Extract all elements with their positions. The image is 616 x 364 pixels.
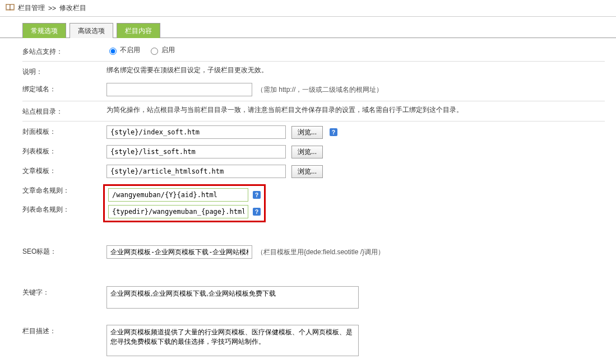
input-article-rule[interactable] <box>108 188 248 202</box>
tabs: 常规选项 高级选项 栏目内容 <box>0 17 616 38</box>
desc-text: 绑名绑定仅需要在顶级栏目设定，子级栏目更改无效。 <box>106 66 268 75</box>
radio-multisite-off[interactable]: 不启用 <box>106 45 140 55</box>
label-article-rule: 文章命名规则： <box>22 184 106 203</box>
help-icon[interactable]: ? <box>253 191 261 199</box>
highlight-box: ? ? <box>103 184 266 222</box>
label-article-tpl: 文章模板： <box>22 165 106 176</box>
label-multisite: 多站点支持： <box>22 45 106 57</box>
input-article-tpl[interactable] <box>106 165 286 178</box>
label-siteroot: 站点根目录： <box>22 105 106 116</box>
label-colum-desc: 栏目描述： <box>22 325 106 336</box>
label-domain: 绑定域名： <box>22 83 106 94</box>
label-keywords: 关键字： <box>22 286 106 297</box>
input-cover-tpl[interactable] <box>106 125 286 139</box>
help-icon[interactable]: ? <box>330 128 337 136</box>
siteroot-text: 为简化操作，站点根目录与当前栏目目录一致，请注意当前栏目文件保存目录的设置，域名… <box>106 105 463 115</box>
breadcrumb-sep: >> <box>48 4 56 12</box>
breadcrumb: 栏目管理 >> 修改栏目 <box>0 0 616 17</box>
input-domain[interactable] <box>106 83 252 96</box>
label-list-tpl: 列表模板： <box>22 145 106 156</box>
input-seo[interactable] <box>106 245 252 259</box>
label-seo: SEO标题： <box>22 245 106 256</box>
tab-general[interactable]: 常规选项 <box>22 23 66 38</box>
tab-content[interactable]: 栏目内容 <box>117 23 160 38</box>
label-list-rule: 列表命名规则： <box>22 203 106 214</box>
seo-hint: （栏目模板里用{dede:field.seotitle /}调用） <box>257 248 385 257</box>
domain-hint: （需加 http://，一级或二级域名的根网址） <box>257 85 383 95</box>
browse-list-button[interactable]: 浏览... <box>291 146 323 158</box>
input-list-rule[interactable] <box>108 205 248 218</box>
help-icon[interactable]: ? <box>253 208 261 216</box>
browse-cover-button[interactable]: 浏览... <box>291 126 323 139</box>
tab-advanced[interactable]: 高级选项 <box>70 23 113 38</box>
radio-multisite-on[interactable]: 启用 <box>148 45 175 55</box>
breadcrumb-section: 栏目管理 <box>18 3 45 13</box>
label-desc: 说明： <box>22 66 106 77</box>
input-list-tpl[interactable] <box>106 145 286 158</box>
breadcrumb-page: 修改栏目 <box>59 3 86 13</box>
label-cover-tpl: 封面模板： <box>22 125 106 137</box>
textarea-keywords[interactable] <box>106 286 359 309</box>
browse-article-button[interactable]: 浏览... <box>291 165 323 178</box>
textarea-colum-desc[interactable] <box>106 325 359 356</box>
book-icon <box>6 3 15 13</box>
